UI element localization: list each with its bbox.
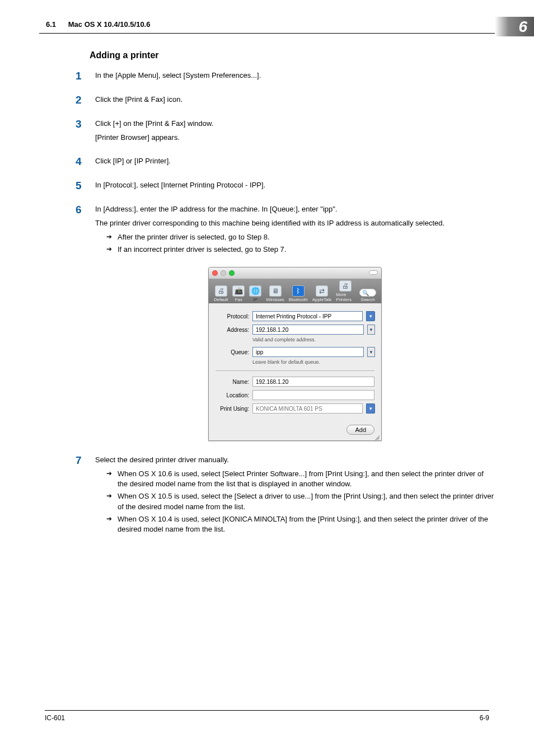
address-helper: Valid and complete address. [252,337,374,342]
toolbar-toggle-icon[interactable] [369,270,378,275]
name-label: Name: [216,379,249,385]
section-label: Mac OS X 10.4/10.5/10.6 [68,20,151,29]
more-printers-icon: 🖨 [339,280,352,292]
combo-arrow-icon[interactable]: ▼ [367,347,375,357]
step-text: In [Address:], enter the IP address for … [95,204,495,215]
step-number: 2 [76,95,95,109]
step-number: 1 [76,71,95,84]
printer-icon: 🖨 [215,285,227,297]
address-input[interactable]: 192.168.1.20 [252,325,364,335]
step-7: 7 Select the desired printer driver manu… [95,455,495,537]
step-list: 1 In the [Apple Menu], select [System Pr… [95,71,495,257]
substep-list: After the printer driver is selected, go… [106,232,495,255]
step-number: 7 [76,455,95,537]
print-using-select[interactable]: KONICA MINOLTA 601 PS [252,403,363,414]
print-using-label: Print Using: [216,406,249,412]
step-text: [Printer Browser] appears. [95,133,495,143]
window-titlebar [209,267,381,279]
dropdown-icon[interactable]: ▾ [366,311,375,321]
queue-helper: Leave blank for default queue. [252,359,374,365]
toolbar-bluetooth[interactable]: ᛒ Bluetooth [287,285,310,302]
toolbar: 🖨 Default 📠 Fax 🌐 IP 🖥 Windows [209,279,381,303]
step-text: Click [+] on the [Print & Fax] window. [95,119,495,129]
substep: When OS X 10.6 is used, select [Select P… [106,469,495,489]
page-footer: IC-601 6-9 [45,710,489,722]
chapter-badge: 6 [495,17,534,36]
toolbar-windows[interactable]: 🖥 Windows [264,285,285,302]
dropdown-icon[interactable]: ▾ [366,403,375,414]
step-list-cont: 7 Select the desired printer driver manu… [95,455,495,537]
substep-list: When OS X 10.6 is used, select [Select P… [106,469,495,534]
address-label: Address: [216,327,249,333]
add-button[interactable]: Add [346,425,374,435]
form-area: Protocol: Internet Printing Protocol - I… [209,303,381,421]
substep: If an incorrect printer driver is select… [106,245,495,255]
embedded-screenshot: 🖨 Default 📠 Fax 🌐 IP 🖥 Windows [95,267,495,441]
step-number: 5 [76,180,95,194]
chapter-number: 6 [518,18,527,36]
toolbar-search[interactable]: 🔍 Search [358,289,378,302]
protocol-label: Protocol: [216,313,249,320]
step-2: 2 Click the [Print & Fax] icon. [95,95,495,109]
step-1: 1 In the [Apple Menu], select [System Pr… [95,71,495,84]
printer-browser-window: 🖨 Default 📠 Fax 🌐 IP 🖥 Windows [208,267,382,441]
bluetooth-icon: ᛒ [292,285,305,297]
combo-arrow-icon[interactable]: ▼ [367,325,375,335]
step-text: Click the [Print & Fax] icon. [95,95,495,105]
substep: When OS X 10.4 is used, select [KONICA M… [106,514,495,534]
close-icon[interactable] [212,270,218,276]
windows-icon: 🖥 [269,285,282,297]
footer-right: 6-9 [480,714,489,722]
minimize-icon[interactable] [221,270,226,276]
running-header: 6.1 Mac OS X 10.4/10.5/10.6 [46,20,150,29]
step-3: 3 Click [+] on the [Print & Fax] window.… [95,119,495,147]
divider [216,370,374,371]
protocol-select[interactable]: Internet Printing Protocol - IPP [252,311,363,321]
fax-icon: 📠 [232,285,245,297]
toolbar-more-printers[interactable]: 🖨 More Printers [334,280,357,302]
step-6: 6 In [Address:], enter the IP address fo… [95,204,495,257]
step-text: The printer driver corresponding to this… [95,218,495,229]
queue-input[interactable]: ipp [252,347,364,357]
toolbar-appletalk[interactable]: ⇄ AppleTalk [311,285,334,302]
step-number: 3 [76,119,95,147]
step-5: 5 In [Protocol:], select [Internet Print… [95,180,495,194]
step-text: Click [IP] or [IP Printer]. [95,156,495,167]
step-number: 4 [76,156,95,170]
zoom-icon[interactable] [229,270,235,276]
name-input[interactable]: 192.168.1.20 [252,377,374,387]
resize-grip-icon[interactable] [374,433,381,440]
page-title: Adding a printer [90,50,495,60]
section-number: 6.1 [46,20,56,29]
substep: After the printer driver is selected, go… [106,232,495,242]
step-4: 4 Click [IP] or [IP Printer]. [95,156,495,170]
toolbar-default[interactable]: 🖨 Default [212,285,229,302]
footer-left: IC-601 [45,714,65,722]
step-number: 6 [76,204,95,257]
toolbar-ip[interactable]: 🌐 IP [247,285,263,302]
substep: When OS X 10.5 is used, select the [Sele… [106,491,495,511]
location-label: Location: [216,392,249,398]
location-input[interactable] [252,390,374,400]
queue-label: Queue: [216,349,249,355]
globe-icon: 🌐 [249,285,261,297]
appletalk-icon: ⇄ [316,285,328,297]
step-text: In [Protocol:], select [Internet Printin… [95,180,495,191]
step-text: In the [Apple Menu], select [System Pref… [95,71,495,81]
search-input[interactable]: 🔍 [359,289,376,297]
toolbar-fax[interactable]: 📠 Fax [231,285,246,302]
step-text: Select the desired printer driver manual… [95,455,495,466]
